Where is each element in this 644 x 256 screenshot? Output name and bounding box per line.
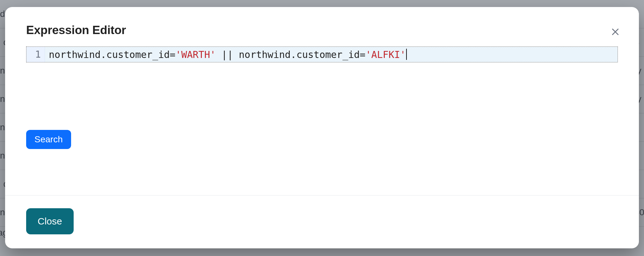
line-number: 1 <box>35 49 41 60</box>
modal-footer: Close <box>5 195 639 248</box>
close-icon <box>611 27 620 37</box>
code-line[interactable]: northwind.customer_id='WARTH' || northwi… <box>45 47 618 62</box>
token-string: 'ALFKI' <box>365 49 406 60</box>
modal-header: Expression Editor <box>5 7 639 37</box>
search-button[interactable]: Search <box>26 130 71 149</box>
text-cursor <box>406 49 407 60</box>
token-identifier: northwind.customer_id <box>49 49 170 60</box>
modal-overlay: Expression Editor 1 northwind.customer_i… <box>0 0 644 256</box>
modal-title: Expression Editor <box>26 24 126 37</box>
token-identifier: northwind.customer_id <box>239 49 360 60</box>
expression-code-editor[interactable]: 1 northwind.customer_id='WARTH' || north… <box>26 46 618 62</box>
modal-close-x[interactable] <box>608 25 622 39</box>
expression-editor-modal: Expression Editor 1 northwind.customer_i… <box>5 7 639 248</box>
line-number-gutter: 1 <box>26 47 45 62</box>
token-operator: = <box>360 49 365 60</box>
token-operator: = <box>170 49 175 60</box>
token-operator: || <box>216 49 239 60</box>
modal-body: 1 northwind.customer_id='WARTH' || north… <box>5 37 639 195</box>
close-button[interactable]: Close <box>26 208 74 234</box>
token-string: 'WARTH' <box>175 49 216 60</box>
